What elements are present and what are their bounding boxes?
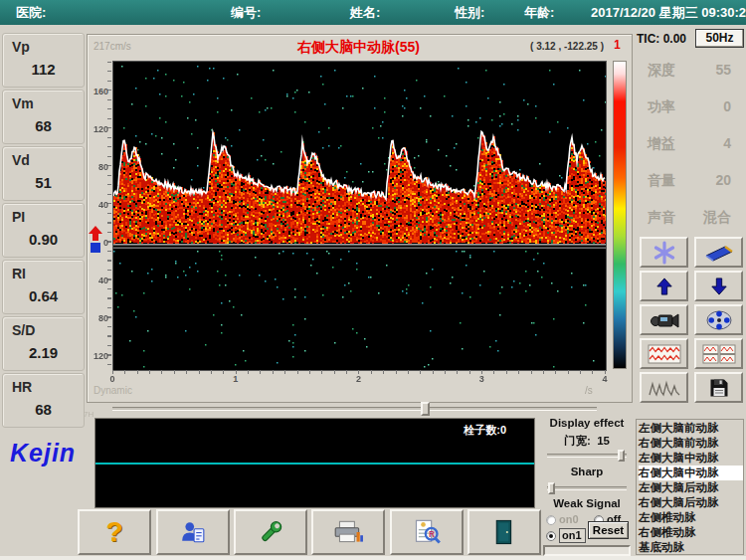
envelope-trace-icon <box>649 379 680 397</box>
print-button[interactable] <box>311 509 385 555</box>
measurement-vp: Vp 112 <box>2 33 85 88</box>
weak-signal-on1-radio[interactable]: on1 <box>546 525 586 543</box>
artery-item[interactable]: 右侧大脑前动脉 <box>639 436 743 451</box>
sharp-label: Sharp <box>542 466 632 477</box>
ri-label: RI <box>12 266 26 281</box>
gain-value: 4 <box>723 135 731 151</box>
artery-item[interactable]: 左侧大脑前动脉 <box>639 421 743 436</box>
sharp-slider-track[interactable] <box>547 486 627 490</box>
sharp-slider-thumb[interactable] <box>548 482 555 494</box>
power-value: 0 <box>723 98 731 114</box>
gate-width-slider-track[interactable] <box>547 454 627 458</box>
sd-value: 2.19 <box>3 344 84 361</box>
exit-button[interactable] <box>467 509 541 555</box>
arrow-up-icon <box>655 277 673 296</box>
pi-value: 0.90 <box>3 231 84 248</box>
gate-width-row: 门宽: 15 <box>542 434 632 449</box>
param-power: 功率 0 <box>648 98 739 116</box>
scale-up-button[interactable] <box>640 271 688 301</box>
y-tick-label: 40 <box>88 276 108 285</box>
reset-button[interactable]: Reset <box>588 521 629 539</box>
depth-value: 55 <box>715 62 731 78</box>
x-tick-label: 0 <box>102 374 122 384</box>
print-icon <box>332 519 364 545</box>
export-button[interactable] <box>694 237 743 268</box>
spectrum-scroll-thumb[interactable] <box>421 402 430 416</box>
radio-icon[interactable] <box>546 515 556 525</box>
on0-label: on0 <box>559 513 579 525</box>
patient-info-button[interactable] <box>156 509 230 555</box>
patient-info-icon <box>180 519 206 545</box>
volume-label: 音量 <box>648 172 675 188</box>
artery-item[interactable]: 基底动脉 <box>639 540 743 555</box>
volume-value: 20 <box>715 172 731 188</box>
param-volume: 音量 20 <box>648 172 739 190</box>
cine-reel-icon <box>705 309 733 331</box>
embolus-count-label: 栓子数:0 <box>464 423 506 438</box>
display-effect-title: Display effect <box>542 417 632 429</box>
vm-value: 68 <box>3 117 84 134</box>
single-trace-button[interactable] <box>640 338 688 369</box>
report-review-button[interactable]: R <box>390 509 464 555</box>
measurement-vm: Vm 68 <box>2 90 85 144</box>
spectrum-panel: 217cm/s 右侧大脑中动脉(55) ( 3.12 , -122.25 ) D… <box>87 34 633 403</box>
multi-trace-button[interactable] <box>694 338 743 369</box>
y-tick-label: 80 <box>88 313 108 323</box>
envelope-trace-button[interactable] <box>640 372 688 403</box>
weak-signal-label: Weak Signal <box>542 497 632 509</box>
report-search-icon: R <box>413 518 441 546</box>
freeze-button[interactable] <box>640 237 688 268</box>
artery-list: 左侧大脑前动脉 右侧大脑前动脉 左侧大脑中动脉 右侧大脑中动脉 左侧大脑后动脉 … <box>636 419 744 555</box>
settings-wrench-icon <box>257 518 284 546</box>
save-icon <box>709 378 729 398</box>
x-tick-label: 2 <box>349 374 369 384</box>
help-button[interactable]: ? <box>78 509 151 555</box>
hospital-label: 医院: <box>16 4 46 22</box>
frequency-button[interactable]: 50Hz <box>695 29 744 48</box>
settings-button[interactable] <box>234 509 307 555</box>
sound-value: 混合 <box>703 209 731 227</box>
patient-name-label: 姓名: <box>350 4 380 22</box>
sound-label: 声音 <box>648 209 675 225</box>
sd-label: S/D <box>12 322 35 338</box>
measurement-vd: Vd 51 <box>2 146 85 201</box>
gate-width-slider-thumb[interactable] <box>618 450 625 462</box>
age-label: 年龄: <box>524 4 554 22</box>
spectrum-scroll-track[interactable] <box>112 407 597 411</box>
vd-label: Vd <box>12 152 30 168</box>
record-button[interactable] <box>640 304 688 335</box>
status-strip <box>543 545 631 556</box>
gain-label: 增益 <box>648 135 675 151</box>
param-depth: 深度 55 <box>648 62 739 80</box>
header-bar: 医院: 编号: 姓名: 性别: 年龄: 2017/12/20 星期三 09:30… <box>0 0 746 25</box>
artery-item[interactable]: 左侧大脑中动脉 <box>639 451 743 466</box>
cine-playback-button[interactable] <box>694 304 743 335</box>
artery-item[interactable]: 右侧大脑后动脉 <box>639 495 743 510</box>
measurement-ri: RI 0.64 <box>2 260 85 314</box>
export-icon <box>704 243 734 263</box>
artery-item[interactable]: 右侧大脑中动脉 <box>639 466 743 480</box>
artery-item[interactable]: 右侧椎动脉 <box>639 525 743 540</box>
artery-item[interactable]: 左侧大脑后动脉 <box>639 480 743 495</box>
exit-door-icon <box>493 518 515 546</box>
artery-item[interactable]: 左侧椎动脉 <box>639 510 743 525</box>
measurement-sd: S/D 2.19 <box>2 316 85 371</box>
doppler-spectrum-canvas[interactable] <box>112 61 607 371</box>
x-tick-label: 4 <box>595 374 615 384</box>
power-label: 功率 <box>648 98 675 114</box>
hr-label: HR <box>12 379 32 395</box>
scale-down-button[interactable] <box>694 271 743 301</box>
radio-icon[interactable] <box>546 531 556 541</box>
vp-label: Vp <box>12 39 30 55</box>
help-icon: ? <box>105 516 122 548</box>
svg-text:R: R <box>429 530 435 539</box>
velocity-colorbar <box>613 61 627 369</box>
gate-width-label: 门宽: <box>564 435 591 447</box>
on1-label: on1 <box>559 528 586 543</box>
save-button[interactable] <box>694 372 743 403</box>
gender-label: 性别: <box>455 4 484 22</box>
y-tick-label: 40 <box>88 200 108 210</box>
x-axis-unit-label: /s <box>585 385 593 396</box>
depth-label: 深度 <box>648 62 675 78</box>
hr-value: 68 <box>3 401 84 418</box>
